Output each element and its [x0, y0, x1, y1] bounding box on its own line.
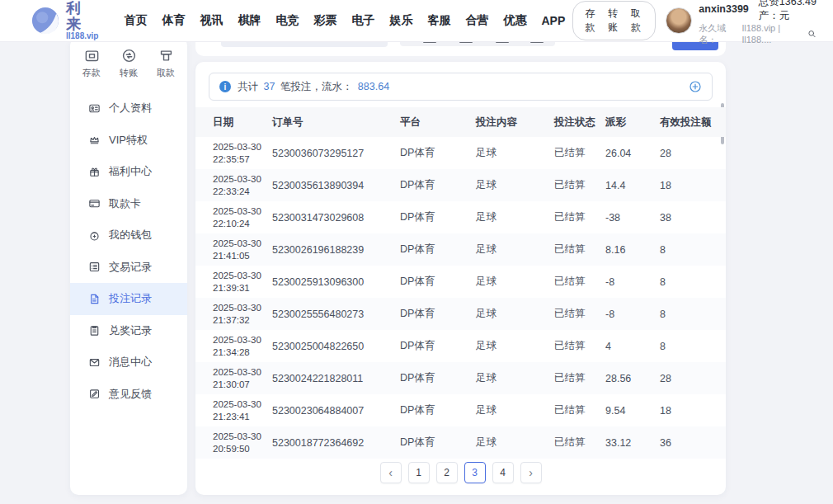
sidebar-menu-label: 兑奖记录: [109, 323, 152, 338]
wallet-pill-item[interactable]: 存款: [585, 7, 598, 35]
pagination-page[interactable]: 4: [492, 462, 514, 483]
nav-item[interactable]: 电竞: [268, 13, 306, 28]
wallet-pill-item[interactable]: 转账: [608, 7, 621, 35]
row-date: 2025-03-30: [213, 302, 272, 314]
nav-item[interactable]: APP: [534, 14, 572, 27]
cell-bet-status: 已结算: [554, 146, 605, 160]
sidebar-menu-item[interactable]: 兑奖记录: [70, 315, 187, 347]
nav-item[interactable]: 首页: [116, 13, 154, 28]
pagination-next[interactable]: ›: [520, 462, 542, 483]
cell-platform: DP体育: [400, 146, 476, 160]
nav-item[interactable]: 彩票: [306, 13, 344, 28]
nav-item[interactable]: 棋牌: [230, 13, 268, 28]
sidebar-menu-item[interactable]: 消息中心: [70, 346, 187, 379]
nav-item[interactable]: 体育: [154, 13, 192, 28]
sidebar-menu-item[interactable]: 取款卡: [70, 188, 187, 220]
profile-card-icon: [88, 102, 101, 115]
sidebar-menu-item[interactable]: 投注记录: [70, 283, 187, 315]
cell-date: 2025-03-30 22:10:24: [213, 205, 272, 230]
nav-item[interactable]: 电子: [344, 13, 382, 28]
quick-action-label: 转账: [120, 67, 138, 79]
row-time: 21:34:28: [213, 346, 272, 359]
cell-order-number: 5230036073295127: [272, 148, 400, 159]
cell-bet-status: 已结算: [554, 275, 605, 289]
sidebar-menu: 个人资料 VIP特权 福利中心 取款卡 我的钱包 交易记录 投注记录 兑奖记录 …: [70, 92, 187, 410]
table-column-header: 平台: [400, 115, 476, 130]
expand-plus-icon[interactable]: [689, 80, 702, 93]
cell-date: 2025-03-30 21:30:07: [213, 366, 272, 391]
cell-valid-amount: 28: [660, 148, 718, 159]
nav-item[interactable]: 优惠: [496, 13, 534, 28]
pagination-page[interactable]: 1: [408, 462, 430, 483]
cell-bet-status: 已结算: [554, 436, 605, 450]
nav-item[interactable]: 娱乐: [382, 13, 420, 28]
envelope-icon: [88, 356, 101, 369]
cell-platform: DP体育: [400, 210, 476, 224]
cell-platform: DP体育: [400, 307, 476, 321]
sidebar-menu-item[interactable]: 交易记录: [70, 252, 187, 284]
cell-payout: 33.12: [605, 437, 660, 449]
quick-action[interactable]: 存款: [82, 48, 101, 79]
user-line-1: anxin3399 总资产： 1363.49元: [699, 0, 817, 22]
cell-platform: DP体育: [400, 243, 476, 257]
pagination-page[interactable]: 3: [464, 462, 486, 483]
bet-records-panel: i 共计 37 笔投注，流水： 883.64 日期订单号平台投注内容投注状态派彩…: [195, 62, 726, 495]
cell-valid-amount: 8: [660, 341, 718, 352]
cell-payout: 26.04: [605, 148, 660, 159]
row-date: 2025-03-30: [213, 398, 272, 411]
cell-valid-amount: 18: [660, 180, 718, 191]
sidebar-menu-item[interactable]: 个人资料: [70, 92, 187, 125]
cell-order-number: 5230025004822650: [272, 341, 400, 352]
user-box[interactable]: anxin3399 总资产： 1363.49元 永久域名： ll188.vip …: [666, 0, 817, 46]
bet-records-icon: [88, 293, 101, 305]
pagination-prev[interactable]: ‹: [380, 462, 402, 483]
cell-date: 2025-03-30 22:33:24: [213, 173, 272, 198]
wallet-pill-item[interactable]: 取款: [631, 7, 644, 35]
bet-records-table: 日期订单号平台投注内容投注状态派彩有效投注额 2025-03-30 22:35:…: [195, 107, 726, 459]
table-column-header: 日期: [213, 115, 272, 130]
cell-order-number: 5230018772364692: [272, 437, 400, 449]
nav-item[interactable]: 合营: [458, 13, 496, 28]
cell-platform: DP体育: [400, 403, 476, 417]
row-date: 2025-03-30: [213, 173, 272, 186]
sidebar: 存款 转账 取款 个人资料 VIP特权 福利中心 取款卡 我的钱包 交易记录 投…: [70, 37, 187, 495]
quick-action-label: 存款: [82, 67, 101, 79]
sidebar-menu-label: 消息中心: [109, 355, 152, 370]
cell-payout: -8: [605, 309, 660, 320]
cell-order-number: 5230026196188239: [272, 244, 400, 256]
cell-date: 2025-03-30 20:59:50: [213, 431, 272, 455]
cell-bet-status: 已结算: [554, 178, 605, 192]
pagination-pages: 1234: [408, 462, 514, 483]
row-time: 22:35:57: [213, 153, 272, 166]
assets-value: 1363.49元: [779, 0, 817, 22]
table-column-header: 派彩: [605, 115, 660, 130]
site-logo[interactable]: 利 来 ll188.vip: [31, 1, 98, 40]
sidebar-menu-item[interactable]: 福利中心: [70, 156, 187, 188]
nav-item[interactable]: 客服: [420, 13, 458, 28]
pagination-page[interactable]: 2: [436, 462, 458, 483]
topbar: 利 来 ll188.vip 首页体育视讯棋牌电竞彩票电子娱乐客服合营优惠APP …: [0, 0, 833, 42]
cell-date: 2025-03-30 21:34:28: [213, 334, 272, 359]
row-time: 20:59:50: [213, 443, 272, 455]
search-icon[interactable]: [807, 29, 817, 39]
sidebar-menu-item[interactable]: 我的钱包: [70, 219, 187, 252]
sidebar-menu-item[interactable]: 意见反馈: [70, 379, 187, 411]
logo-icon: [31, 7, 59, 35]
vip-crown-icon: [88, 134, 101, 146]
cell-payout: 28.56: [605, 373, 660, 384]
cell-bet-content: 足球: [476, 371, 554, 385]
table-column-header: 投注内容: [476, 115, 554, 130]
sidebar-menu-item[interactable]: VIP特权: [70, 125, 187, 157]
domain-label: 永久域名：: [699, 22, 740, 46]
cell-bet-content: 足球: [476, 243, 554, 257]
summary-prefix: 共计: [238, 81, 258, 92]
nav-item[interactable]: 视讯: [192, 13, 230, 28]
sidebar-menu-label: 交易记录: [109, 260, 152, 275]
cell-platform: DP体育: [400, 339, 476, 353]
table-column-header: 有效投注额: [660, 115, 718, 130]
row-time: 21:41:05: [213, 250, 272, 262]
cell-valid-amount: 38: [660, 212, 718, 224]
quick-actions: 存款 转账 取款: [70, 37, 187, 79]
quick-action[interactable]: 转账: [120, 48, 138, 79]
quick-action[interactable]: 取款: [157, 48, 175, 79]
